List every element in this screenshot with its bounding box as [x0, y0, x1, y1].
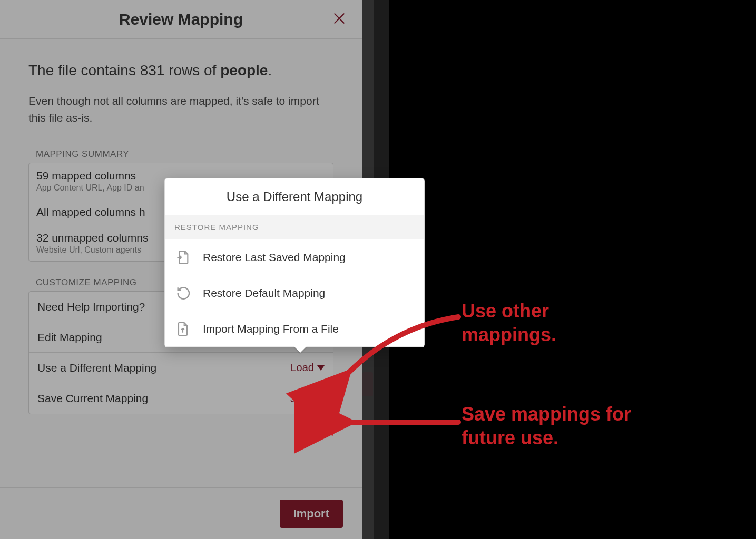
popover-title: Use a Different Mapping [165, 178, 424, 215]
save-action-text: Save [290, 393, 314, 405]
popover-section-label: RESTORE MAPPING [165, 215, 424, 239]
import-mapping-file-row[interactable]: Import Mapping From a File [165, 311, 424, 347]
mapping-summary-label: Mapping Summary [28, 149, 333, 159]
need-help-label: Need Help Importing? [37, 301, 145, 313]
use-different-mapping-label: Use a Different Mapping [37, 362, 156, 374]
popover-tail [294, 346, 307, 353]
load-action-text: Load [291, 362, 315, 374]
callout-use-other: Use other mappings. [462, 299, 620, 346]
close-icon[interactable] [332, 12, 346, 25]
dialog-footer: Import [0, 487, 362, 539]
summary-suffix: . [268, 62, 272, 78]
dialog-header: Review Mapping [0, 0, 362, 39]
file-summary-line: The file contains 831 rows of people. [28, 62, 333, 79]
import-button[interactable]: Import [280, 500, 343, 528]
summary-middle: rows of [164, 62, 220, 78]
callout-save-future: Save mappings for future use. [462, 402, 651, 450]
file-restore-icon [174, 249, 191, 266]
undo-icon [174, 285, 191, 302]
restore-default-row[interactable]: Restore Default Mapping [165, 275, 424, 311]
restore-last-saved-row[interactable]: Restore Last Saved Mapping [165, 239, 424, 275]
restore-last-saved-label: Restore Last Saved Mapping [203, 251, 346, 264]
import-mapping-file-label: Import Mapping From a File [203, 323, 339, 335]
use-different-mapping-row[interactable]: Use a Different Mapping Load [29, 353, 333, 383]
save-action[interactable]: Save [290, 393, 325, 405]
stage: Review Mapping The file contains 831 row… [0, 0, 756, 539]
chevron-down-icon [317, 396, 325, 401]
save-current-mapping-row[interactable]: Save Current Mapping Save [29, 383, 333, 414]
summary-prefix: The file contains [28, 62, 140, 78]
background-peek [362, 372, 373, 396]
edit-mapping-label: Edit Mapping [37, 331, 102, 344]
restore-default-label: Restore Default Mapping [203, 287, 325, 300]
load-action[interactable]: Load [291, 362, 325, 374]
entity-type: people [220, 62, 268, 78]
dialog-title: Review Mapping [119, 11, 243, 28]
use-different-mapping-popover: Use a Different Mapping RESTORE MAPPING … [164, 178, 425, 347]
file-summary-subtext: Even though not all columns are mapped, … [28, 93, 323, 126]
file-upload-icon [174, 321, 191, 337]
chevron-down-icon [317, 365, 325, 371]
row-count: 831 [140, 62, 165, 78]
save-current-mapping-label: Save Current Mapping [37, 392, 148, 405]
